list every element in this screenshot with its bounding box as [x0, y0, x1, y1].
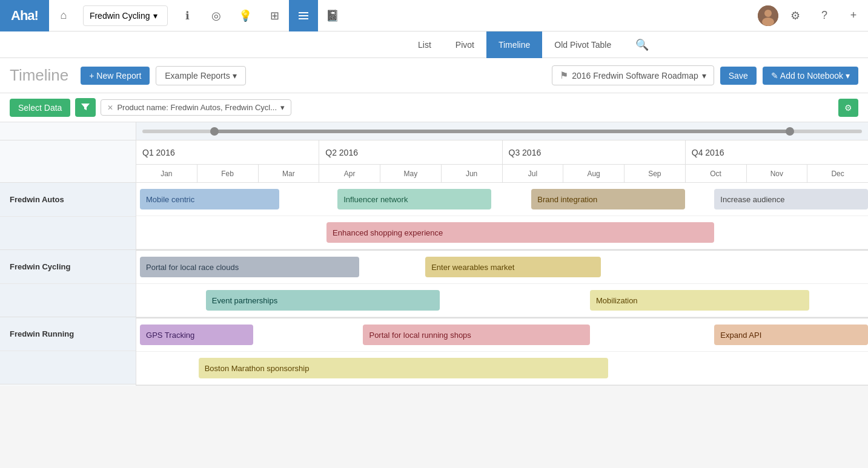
roadmap-flag-icon: ⚑ [560, 70, 568, 81]
sep-header: Sep [624, 165, 686, 182]
expand-api-bar[interactable]: Expand API [714, 325, 868, 345]
user-avatar[interactable] [758, 5, 778, 26]
increase-audience-bar[interactable]: Increase audience [714, 189, 868, 209]
sidebar-header-spacer [0, 140, 136, 183]
svg-rect-1 [299, 15, 308, 16]
fredwin-running-label: Fredwin Running [0, 317, 136, 351]
fredwin-running-row2 [0, 351, 136, 384]
svg-marker-6 [81, 104, 90, 110]
influencer-network-bar[interactable]: Influencer network [337, 189, 491, 209]
page-title: Timeline [10, 66, 68, 85]
fredwin-cycling-rows: Portal for local race clouds Enter weara… [136, 251, 868, 318]
fredwin-cycling-group: Fredwin Cycling [0, 250, 136, 317]
boston-marathon-bar[interactable]: Boston Marathon sponsorship [199, 358, 608, 378]
filter-icon [81, 102, 90, 111]
scroll-bar-area [0, 122, 136, 140]
filter-chip-dropdown[interactable]: ▾ [280, 103, 285, 112]
select-data-button[interactable]: Select Data [10, 99, 70, 117]
list-icon [297, 10, 310, 22]
feb-header: Feb [197, 165, 259, 182]
roadmap-name-label: 2016 Fredwin Software Roadmap [572, 71, 698, 81]
nav-right-section: ⚙ ? + [755, 0, 868, 31]
save-button[interactable]: Save [720, 67, 757, 85]
mobilization-bar[interactable]: Mobilization [590, 290, 809, 311]
mobile-centric-bar[interactable]: Mobile centric [140, 189, 279, 209]
tab-old-pivot[interactable]: Old Pivot Table [542, 31, 623, 58]
q3-header: Q3 2016 [503, 140, 686, 164]
filter-chip: ✕ Product name: Fredwin Autos, Fredwin C… [101, 99, 291, 116]
product-selector[interactable]: Fredwin Cycling ▾ [83, 5, 168, 26]
dec-header: Dec [807, 165, 868, 182]
tab-list[interactable]: List [406, 31, 443, 58]
cycling-row-2: Event partnerships Mobilization [136, 284, 868, 317]
enter-wearables-bar[interactable]: Enter wearables market [425, 257, 601, 277]
target-nav-btn[interactable]: ◎ [202, 0, 231, 31]
help-nav-btn[interactable]: ? [810, 0, 839, 31]
autos-row-1: Mobile centric Influencer network Brand … [136, 183, 868, 216]
oct-header: Oct [686, 165, 747, 182]
fredwin-running-group: Fredwin Running [0, 317, 136, 384]
cycling-row-1: Portal for local race clouds Enter weara… [136, 251, 868, 284]
filter-bar: Select Data ✕ Product name: Fredwin Auto… [0, 93, 868, 122]
tab-timeline[interactable]: Timeline [486, 31, 542, 58]
book-nav-btn[interactable]: 📓 [318, 0, 347, 31]
fredwin-autos-row2 [0, 216, 136, 249]
roadmap-selector[interactable]: ⚑ 2016 Fredwin Software Roadmap ▾ [552, 65, 714, 85]
svg-point-4 [764, 10, 772, 17]
scroll-track [142, 130, 862, 133]
portal-race-clouds-bar[interactable]: Portal for local race clouds [140, 257, 359, 277]
example-reports-button[interactable]: Example Reports ▾ [156, 66, 245, 85]
fredwin-cycling-row2 [0, 283, 136, 317]
enhanced-shopping-bar[interactable]: Enhanced shopping experience [326, 222, 714, 243]
aug-header: Aug [563, 165, 624, 182]
grid-nav-btn[interactable]: ⊞ [260, 0, 289, 31]
sub-nav: List Pivot Timeline Old Pivot Table 🔍 [0, 31, 868, 58]
scroll-track-row [136, 122, 868, 140]
running-row-1: GPS Tracking Portal for local running sh… [136, 318, 868, 352]
jan-header: Jan [136, 165, 197, 182]
svg-rect-0 [299, 12, 308, 13]
add-to-notebook-button[interactable]: ✎ Add to Notebook ▾ [763, 67, 858, 85]
scroll-left-handle[interactable] [210, 127, 219, 136]
fredwin-autos-group: Fredwin Autos [0, 183, 136, 250]
timeline-container: Fredwin Autos Fredwin Cycling Fredwin Ru… [0, 122, 868, 386]
portal-running-shops-bar[interactable]: Portal for local running shops [363, 325, 589, 345]
scroll-right-handle[interactable] [786, 127, 794, 136]
nov-header: Nov [747, 165, 808, 182]
filter-button[interactable] [75, 98, 96, 117]
autos-row-2: Enhanced shopping experience [136, 216, 868, 249]
scroll-thumb [214, 130, 790, 133]
may-header: May [380, 165, 442, 182]
search-btn[interactable]: 🔍 [635, 38, 649, 51]
lightbulb-nav-btn[interactable]: 💡 [231, 0, 260, 31]
timeline-main: Q1 2016 Q2 2016 Q3 2016 Q4 2016 Jan Feb … [136, 122, 868, 386]
home-nav-btn[interactable]: ⌂ [49, 0, 78, 31]
info-nav-btn[interactable]: ℹ [173, 0, 202, 31]
gps-tracking-bar[interactable]: GPS Tracking [140, 325, 253, 345]
avatar-image [758, 5, 778, 26]
fredwin-cycling-label: Fredwin Cycling [0, 250, 136, 283]
mar-header: Mar [259, 165, 320, 182]
new-report-button[interactable]: + New Report [81, 67, 150, 85]
jul-header: Jul [503, 165, 564, 182]
filter-close-btn[interactable]: ✕ [107, 104, 113, 112]
fredwin-autos-rows: Mobile centric Influencer network Brand … [136, 183, 868, 251]
roadmap-dropdown-icon: ▾ [702, 71, 706, 81]
event-partnerships-bar[interactable]: Event partnerships [206, 290, 440, 311]
jun-header: Jun [442, 165, 503, 182]
brand-integration-bar[interactable]: Brand integration [531, 189, 685, 209]
filter-text: Product name: Fredwin Autos, Fredwin Cyc… [117, 103, 277, 112]
list-nav-btn[interactable] [289, 0, 318, 31]
app-logo[interactable]: Aha! [0, 0, 49, 31]
add-nav-btn[interactable]: + [839, 0, 868, 31]
month-headers: Jan Feb Mar Apr May Jun Jul Aug Sep Oct … [136, 165, 868, 183]
settings-nav-btn[interactable]: ⚙ [781, 0, 810, 31]
quarter-headers: Q1 2016 Q2 2016 Q3 2016 Q4 2016 [136, 140, 868, 165]
product-selector-arrow: ▾ [153, 11, 157, 21]
timeline-settings-button[interactable]: ⚙ [838, 99, 858, 117]
running-row-2: Boston Marathon sponsorship [136, 352, 868, 385]
product-selector-label: Fredwin Cycling [90, 11, 150, 21]
q1-header: Q1 2016 [136, 140, 319, 164]
tab-pivot[interactable]: Pivot [443, 31, 486, 58]
fredwin-autos-label: Fredwin Autos [0, 183, 136, 216]
